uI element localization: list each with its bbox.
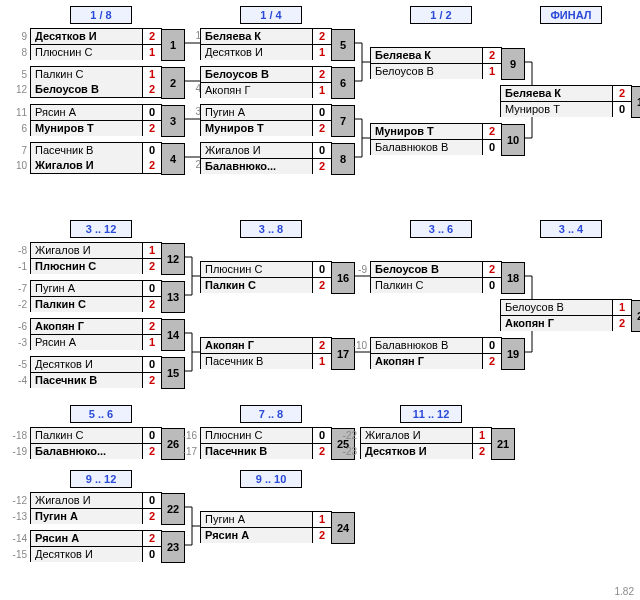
score: 0 [482,278,501,293]
match-row: -17Пасечник В2 [201,443,331,459]
match-number: 20 [631,300,640,332]
match-row: -14Рясин А2 [31,531,161,546]
score: 2 [142,531,161,546]
post-seed: 3 [187,106,201,117]
match-row: -6Акопян Г2 [31,319,161,334]
match-row: -13Пугин А2 [31,508,161,524]
seed: 7 [9,145,27,156]
player-name: Десятков И [31,29,142,44]
seed: 6 [9,123,27,134]
round-header-r12: 1 / 2 [410,6,472,24]
player-name: Белоусов В [201,67,312,82]
player-name: Беляева К [201,29,312,44]
match-row: 9Десятков И2 [31,29,161,44]
player-name: Белоусов В [371,64,482,79]
match-m19: -10Балавнюков В0Акопян Г219 [370,337,502,369]
score: 0 [312,428,331,443]
seed: -2 [9,299,27,310]
score: 2 [312,159,331,174]
player-name: Муниров Т [501,102,612,117]
seed: 10 [9,160,27,171]
match-m12: -8Жигалов И1-1Плюснин С212 [30,242,162,274]
seed: -3 [9,337,27,348]
seed: 11 [9,107,27,118]
score: 2 [482,124,501,139]
match-number: 22 [161,493,185,525]
seed: 8 [9,47,27,58]
match-number: 13 [161,281,185,313]
match-row: -23Десятков И2 [361,443,491,459]
round-header-r36: 3 .. 6 [410,220,472,238]
seed: -22 [339,430,357,441]
score: 0 [142,143,161,158]
seed: 9 [9,31,27,42]
seed: -1 [9,261,27,272]
match-number: 7 [331,105,355,137]
round-header-r18: 1 / 8 [70,6,132,24]
player-name: Балавнюков В [371,140,482,155]
score: 2 [612,316,631,331]
seed: -4 [9,375,27,386]
score: 2 [142,509,161,524]
match-row: Акопян Г2 [501,315,631,331]
score: 1 [612,300,631,315]
match-row: Пугин А1 [201,512,331,527]
seed: -14 [9,533,27,544]
match-row: 11Рясин А0 [31,105,161,120]
player-name: Пасечник В [31,143,142,158]
score: 1 [312,83,331,98]
match-row: Рясин А2 [201,527,331,543]
seed: -23 [339,446,357,457]
score: 0 [142,547,161,562]
seed: -12 [9,495,27,506]
seed: -17 [179,446,197,457]
player-name: Балавнюко... [201,159,312,174]
match-row: -16Плюснин С0 [201,428,331,443]
player-name: Беляева К [501,86,612,101]
match-m21: -22Жигалов И1-23Десятков И221 [360,427,492,459]
score: 0 [312,262,331,277]
score: 2 [472,444,491,459]
score: 2 [142,158,161,173]
score: 2 [312,67,331,82]
match-number: 6 [331,67,355,99]
player-name: Палкин С [31,428,142,443]
match-number: 24 [331,512,355,544]
player-name: Акопян Г [201,83,312,98]
match-m17: Акопян Г2Пасечник В117 [200,337,332,369]
match-row: Балавнюко...2 [201,158,331,174]
match-m8: Жигалов И0Балавнюко...28 [200,142,332,174]
match-number: 21 [491,428,515,460]
score: 0 [142,428,161,443]
post-seed: 4 [187,83,201,94]
match-row: -18Палкин С0 [31,428,161,443]
match-row: 5Палкин С1 [31,67,161,82]
seed: -15 [9,549,27,560]
score: 1 [142,243,161,258]
match-row: -10Балавнюков В0 [371,338,501,353]
match-row: 6Муниров Т2 [31,120,161,136]
match-number: 4 [161,143,185,175]
score: 2 [312,528,331,543]
match-number: 19 [501,338,525,370]
match-number: 3 [161,105,185,137]
match-m16: Плюснин С0Палкин С216 [200,261,332,293]
player-name: Пугин А [31,281,142,296]
match-m4: 7Пасечник В0210Жигалов И24 [30,142,162,174]
match-number: 1 [161,29,185,61]
seed: -6 [9,321,27,332]
match-row: -3Рясин А1 [31,334,161,350]
player-name: Палкин С [201,278,312,293]
match-m7: Пугин А0Муниров Т27 [200,104,332,136]
score: 1 [472,428,491,443]
match-row: Беляева К2 [201,29,331,44]
player-name: Пасечник В [31,373,142,388]
match-row: -22Жигалов И1 [361,428,491,443]
match-row: Муниров Т2 [201,120,331,136]
score: 2 [312,338,331,353]
score: 0 [312,143,331,158]
seed: -18 [9,430,27,441]
match-number: 12 [161,243,185,275]
score: 1 [142,335,161,350]
score: 2 [142,373,161,388]
